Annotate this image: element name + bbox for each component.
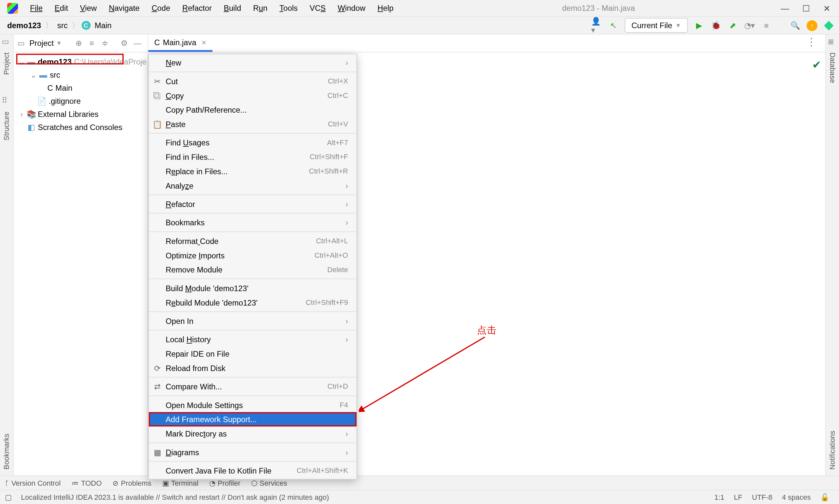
crumb-file[interactable]: Main xyxy=(92,21,114,30)
window-maximize[interactable]: ☐ xyxy=(802,3,810,13)
readonly-icon[interactable]: 🔓 xyxy=(816,493,834,501)
menu-edit[interactable]: Edit xyxy=(50,1,73,15)
menu-file[interactable]: File xyxy=(25,1,48,15)
tree-external-libraries[interactable]: ›📚 External Libraries xyxy=(14,107,148,121)
context-menu-item[interactable]: Open Module SettingsF4 xyxy=(149,398,356,412)
context-menu-item[interactable]: Mark Directory as› xyxy=(149,426,356,441)
tab-main-java[interactable]: C Main.java × xyxy=(148,35,212,52)
context-menu-item[interactable]: Remove ModuleDelete xyxy=(149,262,356,277)
stop-icon[interactable]: ■ xyxy=(761,20,772,31)
context-menu-item[interactable]: Reformat CodeCtrl+Alt+L xyxy=(149,234,356,248)
context-menu-item[interactable]: Copy Path/Reference... xyxy=(149,103,356,117)
update-icon[interactable]: ↑ xyxy=(807,20,817,31)
context-menu-item[interactable]: Optimize ImportsCtrl+Alt+O xyxy=(149,248,356,263)
context-menu-item[interactable]: ⟳Reload from Disk xyxy=(149,361,356,375)
project-tool-icon[interactable]: ▭ xyxy=(2,37,11,47)
notifications-tool-label[interactable]: Notifications xyxy=(826,427,839,473)
context-menu-item[interactable]: Refactor› xyxy=(149,197,356,211)
context-menu-item[interactable]: Rebuild Module 'demo123'Ctrl+Shift+F9 xyxy=(149,295,356,310)
menu-window[interactable]: Window xyxy=(333,1,370,15)
project-view-label[interactable]: Project xyxy=(30,39,54,48)
tree-scratches[interactable]: ◧ Scratches and Consoles xyxy=(14,121,148,133)
menu-tools[interactable]: Tools xyxy=(275,1,303,15)
debug-icon[interactable]: 🐞 xyxy=(710,20,721,31)
bookmarks-tool-label[interactable]: Bookmarks xyxy=(0,430,13,473)
editor-more-icon[interactable]: ⋮ xyxy=(798,33,825,52)
context-menu-item[interactable]: Convert Java File to Kotlin FileCtrl+Alt… xyxy=(149,463,356,478)
indent-status[interactable]: 4 spaces xyxy=(777,493,816,501)
structure-tool-label[interactable]: Structure xyxy=(2,108,11,144)
editor-tabs: C Main.java × ⋮ xyxy=(148,35,825,53)
crumb-folder[interactable]: src xyxy=(55,21,70,30)
run-config-selector[interactable]: Current File ▼ xyxy=(625,18,688,33)
hide-icon[interactable]: — xyxy=(131,39,144,48)
version-control-button[interactable]: ᚶ Version Control xyxy=(5,479,61,487)
context-menu-item[interactable]: Open In› xyxy=(149,314,356,328)
file-encoding[interactable]: UTF-8 xyxy=(747,493,777,501)
caret-position[interactable]: 1:1 xyxy=(709,493,729,501)
menu-code[interactable]: Code xyxy=(147,1,175,15)
project-tool-label[interactable]: Project xyxy=(2,49,11,78)
services-button[interactable]: ⬡ Services xyxy=(251,479,287,487)
context-menu-item[interactable]: ▦Diagrams› xyxy=(149,445,356,460)
context-menu-item[interactable]: Find in Files...Ctrl+Shift+F xyxy=(149,150,356,164)
context-menu-item[interactable]: ⇄Compare With...Ctrl+D xyxy=(149,379,356,394)
run-icon[interactable]: ▶ xyxy=(694,20,705,31)
profiler-icon[interactable]: ◔▾ xyxy=(744,20,755,31)
tool-windows-icon[interactable]: ▢ xyxy=(5,493,16,501)
expand-all-icon[interactable]: ≡ xyxy=(85,39,98,48)
database-icon[interactable]: ≣ xyxy=(827,37,837,47)
menubar: File Edit View Navigate Code Refactor Bu… xyxy=(0,0,839,17)
structure-icon[interactable]: ⠿ xyxy=(2,96,11,106)
tree-gitignore[interactable]: 📄 .gitignore xyxy=(14,94,148,107)
build-hammer-icon[interactable]: ↖ xyxy=(608,20,619,31)
context-menu-item[interactable]: Build Module 'demo123' xyxy=(149,281,356,295)
menu-view[interactable]: View xyxy=(75,1,101,15)
run-config-label: Current File xyxy=(632,21,672,30)
inspection-ok-icon[interactable]: ✔ xyxy=(812,58,821,71)
select-opened-icon[interactable]: ⊕ xyxy=(72,39,85,48)
todo-button[interactable]: ≔ TODO xyxy=(71,479,102,487)
context-menu-item[interactable]: Bookmarks› xyxy=(149,215,356,230)
tree-root[interactable]: ⌄▬ demo123 C:\Users\a\IdeaProje xyxy=(14,55,148,68)
context-menu-item[interactable]: Local History› xyxy=(149,332,356,346)
menu-navigate[interactable]: Navigate xyxy=(104,1,144,15)
menu-build[interactable]: Build xyxy=(219,1,246,15)
dropdown-arrow-icon[interactable]: ▼ xyxy=(56,40,62,47)
tree-src[interactable]: ⌄▬ src xyxy=(14,68,148,81)
menu-refactor[interactable]: Refactor xyxy=(177,1,217,15)
menu-help[interactable]: Help xyxy=(373,1,398,15)
database-tool-label[interactable]: Database xyxy=(828,49,837,87)
status-bar: ▢ Localized IntelliJ IDEA 2023.1 is avai… xyxy=(0,490,839,504)
crumb-project[interactable]: demo123 xyxy=(5,21,44,30)
context-menu-item[interactable]: ✂CutCtrl+X xyxy=(149,74,356,88)
context-menu-item[interactable]: ⿻CopyCtrl+C xyxy=(149,88,356,103)
settings-icon[interactable]: ⚙ xyxy=(118,39,131,48)
window-close[interactable]: ✕ xyxy=(823,3,831,13)
search-icon[interactable]: 🔍 xyxy=(790,20,801,31)
context-menu-item[interactable]: Replace in Files...Ctrl+Shift+R xyxy=(149,164,356,179)
coverage-icon[interactable]: ⬈ xyxy=(727,20,738,31)
profiler-button[interactable]: ◔ Profiler xyxy=(209,479,240,487)
menu-vcs[interactable]: VCS xyxy=(305,1,330,15)
context-menu-item[interactable]: Add Framework Support... xyxy=(149,412,356,427)
problems-button[interactable]: ⊘ Problems xyxy=(113,479,151,487)
user-icon[interactable]: 👤▾ xyxy=(591,20,602,31)
context-menu-item[interactable]: Find UsagesAlt+F7 xyxy=(149,135,356,150)
terminal-button[interactable]: ▣ Terminal xyxy=(162,479,198,487)
context-menu-item[interactable]: New› xyxy=(149,55,356,70)
context-menu-item[interactable]: Repair IDE on File xyxy=(149,346,356,361)
context-menu-item[interactable]: Analyze› xyxy=(149,179,356,193)
project-tree[interactable]: ⌄▬ demo123 C:\Users\a\IdeaProje ⌄▬ src C… xyxy=(14,52,148,136)
menu-run[interactable]: Run xyxy=(248,1,272,15)
window-minimize[interactable]: — xyxy=(781,3,789,13)
app-logo xyxy=(7,3,18,14)
collapse-all-icon[interactable]: ≑ xyxy=(98,39,112,48)
status-message[interactable]: Localized IntelliJ IDEA 2023.1 is availa… xyxy=(16,493,334,501)
line-separator[interactable]: LF xyxy=(729,493,747,501)
jebrains-icon[interactable] xyxy=(823,20,834,31)
tree-main[interactable]: C Main xyxy=(14,81,148,94)
context-menu-item[interactable]: 📋PasteCtrl+V xyxy=(149,117,356,131)
context-menu[interactable]: New›✂CutCtrl+X⿻CopyCtrl+CCopy Path/Refer… xyxy=(148,54,357,480)
tab-close-icon[interactable]: × xyxy=(199,38,206,47)
